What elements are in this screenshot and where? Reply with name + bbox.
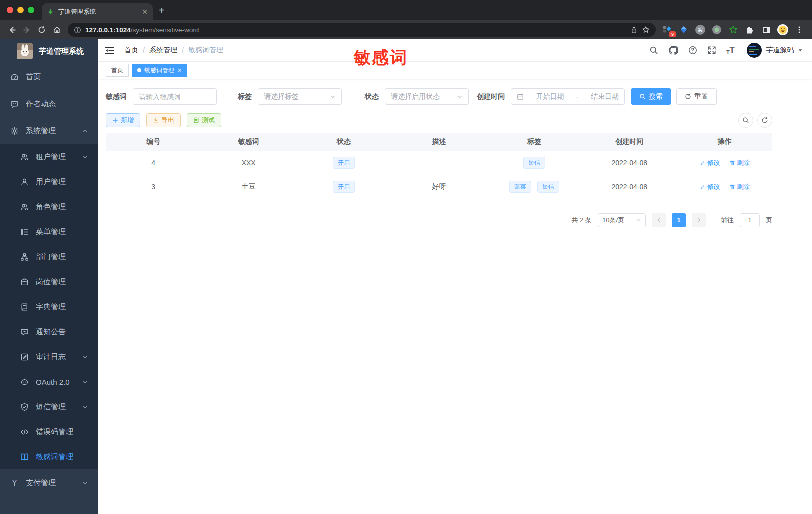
bookmark-star-icon[interactable] (642, 26, 650, 34)
back-button[interactable] (5, 23, 19, 37)
site-info-icon[interactable] (74, 26, 82, 34)
sidebar-item-errorcode[interactable]: 错误码管理 (0, 419, 98, 444)
url-text: 127.0.0.1:1024/system/sensitive-word (86, 26, 199, 34)
sms-shield-icon (20, 403, 29, 411)
fullscreen-icon[interactable] (708, 46, 716, 55)
sidebar-item-home[interactable]: 首页 (0, 63, 98, 90)
delete-link[interactable]: 删除 (730, 158, 750, 167)
user-menu[interactable]: 芋道源码 (747, 43, 803, 58)
devtools-grid-icon[interactable]: 9 (662, 24, 673, 35)
sidebar-item-dept[interactable]: 部门管理 (0, 244, 98, 269)
sidebar-item-oauth[interactable]: OAuth 2.0 (0, 369, 98, 394)
search-button[interactable]: 搜索 (631, 88, 672, 105)
col-id: 编号 (106, 133, 201, 151)
sidebar-item-sensitive-word[interactable]: 敏感词管理 (0, 444, 98, 469)
page-number-1[interactable]: 1 (672, 213, 686, 227)
tab-close-icon[interactable]: ✕ (178, 67, 182, 74)
toggle-search-button[interactable] (738, 113, 754, 128)
sidebar-item-author-news[interactable]: 作者动态 (0, 90, 98, 117)
share-icon[interactable] (630, 26, 638, 34)
table-row: 3 土豆 开启 好呀 蔬菜 短信 2022-04-08 (106, 175, 772, 199)
delete-link[interactable]: 删除 (730, 182, 750, 191)
table-row: 4 XXX 开启 短信 2022-04-08 修改 (106, 151, 772, 175)
export-button[interactable]: 导出 (146, 113, 181, 127)
main-area: 敏感词 首页 / 系统管理 / 敏感词管理 T (98, 39, 812, 514)
side-panel-icon[interactable] (761, 24, 772, 35)
refresh-icon (685, 93, 692, 100)
sidebar-item-dict[interactable]: 字典管理 (0, 294, 98, 319)
minimize-window-button[interactable] (18, 7, 24, 13)
sidebar-item-audit[interactable]: 审计日志 (0, 344, 98, 369)
edit-link[interactable]: 修改 (700, 158, 720, 167)
collapse-sidebar-button[interactable] (105, 46, 114, 55)
keyword-field[interactable] (133, 88, 217, 105)
browser-tab[interactable]: 芋道管理系统 ✕ (42, 3, 153, 20)
green-star-icon[interactable] (728, 24, 739, 35)
calendar-icon (517, 93, 524, 100)
sidebar-item-pay[interactable]: ¥ 支付管理 (0, 469, 98, 496)
top-navbar: 首页 / 系统管理 / 敏感词管理 TT (98, 39, 812, 62)
page-unit: 页 (766, 216, 772, 225)
kite-icon[interactable] (678, 24, 690, 35)
col-description: 描述 (392, 133, 486, 151)
edit-link[interactable]: 修改 (700, 182, 720, 191)
breadcrumb-home[interactable]: 首页 (124, 46, 138, 55)
col-tags: 标签 (487, 133, 582, 151)
sidebar-item-user[interactable]: 用户管理 (0, 169, 98, 194)
sidebar-item-tenant[interactable]: 租户管理 (0, 144, 98, 169)
navbar-actions: TT 芋道源码 (650, 43, 803, 58)
next-page-button[interactable] (692, 213, 706, 227)
page-size-select[interactable]: 10条/页 (598, 213, 646, 227)
address-bar[interactable]: 127.0.0.1:1024/system/sensitive-word (68, 23, 656, 37)
refresh-table-button[interactable] (758, 113, 772, 128)
keyword-input[interactable] (139, 93, 211, 101)
tag-tab-home[interactable]: 首页 (106, 64, 129, 77)
forward-button[interactable] (20, 23, 34, 37)
sidebar-item-notice[interactable]: 通知公告 (0, 319, 98, 344)
date-range-picker[interactable]: 开始日期 - 结束日期 (511, 88, 625, 105)
goto-page-input[interactable] (740, 213, 760, 227)
dict-icon (20, 303, 29, 311)
search-icon[interactable] (650, 46, 658, 55)
sidebar-logo[interactable]: 芋道管理系统 (0, 39, 98, 63)
test-button[interactable]: 测试 (187, 113, 222, 127)
help-icon[interactable] (688, 46, 698, 55)
date-separator: - (576, 93, 579, 101)
user-name: 芋道源码 (766, 46, 794, 55)
menu-dots-icon[interactable] (794, 24, 805, 35)
tag-select[interactable]: 请选择标签 (258, 88, 342, 105)
reset-button[interactable]: 重置 (676, 88, 717, 105)
new-tab-button[interactable]: + (159, 5, 165, 15)
status-select[interactable]: 请选择启用状态 (385, 88, 469, 105)
reload-button[interactable] (35, 23, 49, 37)
github-icon[interactable] (668, 45, 678, 55)
record-circle-icon[interactable] (712, 24, 722, 35)
chevron-down-icon (82, 404, 88, 410)
puzzle-icon[interactable] (744, 24, 756, 35)
sidebar-item-system[interactable]: 系统管理 (0, 117, 98, 144)
breadcrumb-current: 敏感词管理 (188, 46, 224, 55)
total-count: 共 2 条 (572, 216, 592, 225)
refresh-icon (762, 117, 768, 124)
table-mini-actions (738, 113, 772, 128)
add-button[interactable]: 新增 (106, 113, 140, 127)
sidebar-item-post[interactable]: 岗位管理 (0, 269, 98, 294)
home-button[interactable] (50, 23, 64, 37)
command-circle-icon[interactable]: ⌘ (695, 24, 706, 35)
tab-close-icon[interactable]: ✕ (142, 8, 148, 16)
menu-tree-icon (20, 228, 29, 236)
close-window-button[interactable] (7, 7, 14, 13)
profile-emoji-icon[interactable] (778, 24, 788, 35)
tag-tab-sensitive-word[interactable]: 敏感词管理 ✕ (132, 64, 188, 77)
zoom-window-button[interactable] (28, 7, 34, 13)
sidebar-item-sms[interactable]: 短信管理 (0, 394, 98, 419)
sidebar-item-menu[interactable]: 菜单管理 (0, 219, 98, 244)
active-dot-icon (138, 68, 142, 72)
breadcrumb-system[interactable]: 系统管理 (150, 46, 178, 55)
col-created: 创建时间 (582, 133, 677, 151)
chevron-down-icon (636, 217, 642, 223)
prev-page-button[interactable] (652, 213, 666, 227)
sidebar-item-role[interactable]: 角色管理 (0, 194, 98, 219)
oauth-icon (20, 378, 29, 386)
font-size-icon[interactable]: TT (726, 45, 735, 55)
